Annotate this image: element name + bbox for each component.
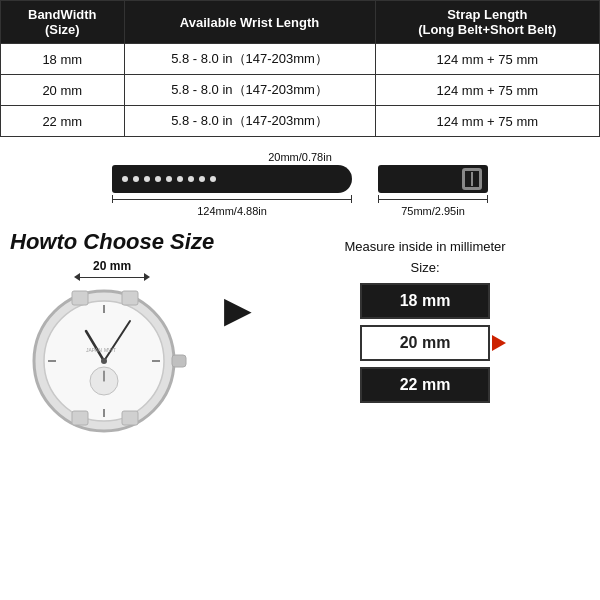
size-btn-20mm[interactable]: 20 mm bbox=[360, 325, 490, 361]
table-row: 20 mm5.8 - 8.0 in（147-203mm）124 mm + 75 … bbox=[1, 75, 600, 106]
right-panel: Measure inside in millimeter Size: 18 mm… bbox=[266, 229, 584, 403]
strap-hole-6 bbox=[177, 176, 183, 182]
long-strap-body bbox=[112, 165, 352, 193]
size-btn-18mm[interactable]: 18 mm bbox=[360, 283, 490, 319]
bottom-section: Howto Choose Size 20 mm bbox=[0, 223, 600, 437]
svg-text:JAPAN: JAPAN bbox=[86, 347, 102, 353]
cell-strap-2: 124 mm + 75 mm bbox=[375, 106, 599, 137]
col-header-bandwidth: BandWidth(Size) bbox=[1, 1, 125, 44]
strap-hole-2 bbox=[133, 176, 139, 182]
col-header-strap: Strap Length(Long Belt+Short Belt) bbox=[375, 1, 599, 44]
buckle-pin bbox=[471, 172, 473, 186]
svg-point-10 bbox=[101, 358, 107, 364]
svg-text:MWT: MWT bbox=[104, 347, 116, 353]
svg-rect-13 bbox=[122, 291, 138, 305]
size-label: Size: bbox=[266, 260, 584, 275]
size-btn-22mm[interactable]: 22 mm bbox=[360, 367, 490, 403]
short-strap-body bbox=[378, 165, 488, 193]
watch-diagram: 20 mm bbox=[22, 257, 202, 437]
cell-wrist-0: 5.8 - 8.0 in（147-203mm） bbox=[124, 44, 375, 75]
table-row: 18 mm5.8 - 8.0 in（147-203mm）124 mm + 75 … bbox=[1, 44, 600, 75]
watch-side: Howto Choose Size 20 mm bbox=[10, 229, 214, 437]
strap-hole-3 bbox=[144, 176, 150, 182]
svg-rect-15 bbox=[122, 411, 138, 425]
watch-dim-label: 20 mm bbox=[93, 259, 131, 273]
cell-size-1: 20 mm bbox=[1, 75, 125, 106]
col-header-wrist: Available Wrist Length bbox=[124, 1, 375, 44]
long-strap: 124mm/4.88in bbox=[112, 165, 352, 217]
cell-wrist-2: 5.8 - 8.0 in（147-203mm） bbox=[124, 106, 375, 137]
dim-line-horiz bbox=[80, 277, 144, 278]
cell-strap-0: 124 mm + 75 mm bbox=[375, 44, 599, 75]
how-to-title: Howto Choose Size bbox=[10, 229, 214, 255]
cell-wrist-1: 5.8 - 8.0 in（147-203mm） bbox=[124, 75, 375, 106]
strap-width-label: 20mm/0.78in bbox=[268, 151, 332, 163]
size-options: 18 mm20 mm22 mm bbox=[266, 283, 584, 403]
cell-strap-1: 124 mm + 75 mm bbox=[375, 75, 599, 106]
cell-size-2: 22 mm bbox=[1, 106, 125, 137]
strap-diagram: 20mm/0.78in bbox=[0, 137, 600, 223]
selected-arrow-icon bbox=[492, 335, 506, 351]
strap-hole-5 bbox=[166, 176, 172, 182]
size-table: BandWidth(Size) Available Wrist Length S… bbox=[0, 0, 600, 137]
strap-hole-9 bbox=[210, 176, 216, 182]
measure-label: Measure inside in millimeter bbox=[266, 239, 584, 254]
buckle bbox=[462, 168, 482, 190]
strap-hole-7 bbox=[188, 176, 194, 182]
strap-hole-8 bbox=[199, 176, 205, 182]
svg-rect-14 bbox=[72, 411, 88, 425]
strap-hole-4 bbox=[155, 176, 161, 182]
strap-hole-1 bbox=[122, 176, 128, 182]
right-arrowhead-icon bbox=[144, 273, 150, 281]
cell-size-0: 18 mm bbox=[1, 44, 125, 75]
arrow-icon: ▶ bbox=[224, 229, 256, 331]
table-row: 22 mm5.8 - 8.0 in（147-203mm）124 mm + 75 … bbox=[1, 106, 600, 137]
short-strap: 75mm/2.95in bbox=[378, 165, 488, 217]
svg-rect-11 bbox=[172, 355, 186, 367]
strap-short-label: 75mm/2.95in bbox=[401, 205, 465, 217]
watch-svg: JAPAN MWT bbox=[22, 273, 202, 447]
svg-rect-12 bbox=[72, 291, 88, 305]
strap-long-label: 124mm/4.88in bbox=[197, 205, 267, 217]
